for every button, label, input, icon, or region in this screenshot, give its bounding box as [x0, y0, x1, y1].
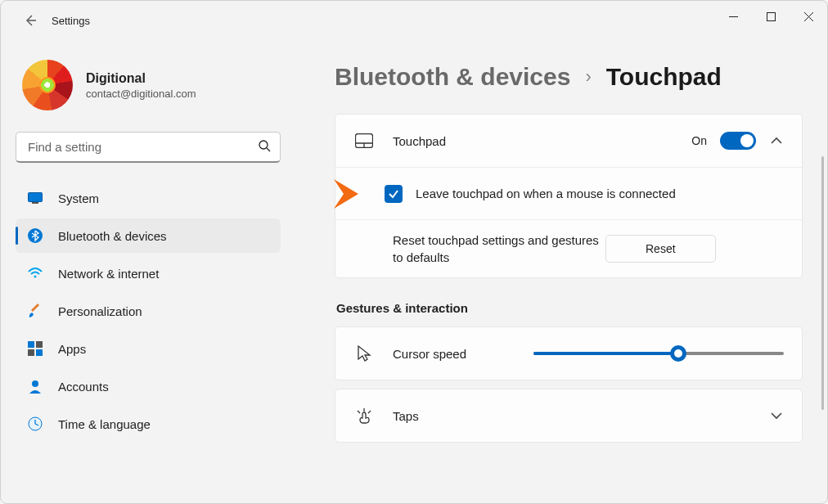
title-bar: Settings [1, 1, 827, 40]
toggle-state-text: On [691, 134, 707, 147]
close-button[interactable] [790, 1, 827, 32]
person-icon [27, 378, 43, 394]
nav-label: System [58, 191, 99, 205]
cursor-speed-row: Cursor speed [335, 327, 802, 380]
search-input[interactable] [16, 132, 281, 163]
brush-icon [27, 303, 43, 319]
taps-row[interactable]: Taps [335, 389, 802, 442]
cursor-icon [353, 344, 375, 362]
touchpad-toggle-row[interactable]: Touchpad On [335, 115, 802, 167]
chevron-down-icon[interactable] [769, 408, 784, 423]
apps-icon [27, 340, 43, 357]
leave-touchpad-checkbox[interactable] [385, 185, 403, 203]
nav-label: Accounts [58, 380, 109, 394]
svg-rect-7 [36, 341, 43, 348]
search-wrap [16, 132, 281, 163]
avatar [22, 60, 73, 110]
svg-rect-8 [28, 349, 34, 356]
leave-touchpad-label: Leave touchpad on when a mouse is connec… [416, 187, 784, 200]
svg-point-10 [32, 380, 38, 387]
reset-button[interactable]: Reset [605, 235, 716, 263]
breadcrumb-parent[interactable]: Bluetooth & devices [335, 63, 570, 91]
svg-rect-0 [767, 12, 775, 20]
back-button[interactable] [19, 9, 42, 32]
reset-description: Reset touchpad settings and gestures to … [393, 232, 605, 266]
cursor-speed-slider[interactable] [533, 352, 784, 355]
leave-touchpad-row[interactable]: Leave touchpad on when a mouse is connec… [335, 167, 802, 219]
taps-card: Taps [335, 389, 803, 443]
section-gestures-title: Gestures & interaction [336, 301, 803, 315]
wifi-icon [27, 265, 43, 281]
tap-icon [353, 407, 375, 425]
svg-rect-9 [36, 349, 43, 356]
page-title: Touchpad [606, 63, 722, 91]
clock-icon [27, 416, 43, 432]
nav-label: Time & language [58, 417, 151, 431]
cursor-speed-label: Cursor speed [393, 347, 515, 361]
sidebar-item-bluetooth[interactable]: Bluetooth & devices [16, 218, 281, 253]
touchpad-icon [353, 133, 375, 148]
slider-thumb[interactable] [670, 345, 686, 362]
nav-list: System Bluetooth & devices Network & int… [16, 181, 281, 441]
reset-row: Reset touchpad settings and gestures to … [335, 219, 802, 277]
sidebar-item-accounts[interactable]: Accounts [16, 369, 281, 403]
touchpad-card: Touchpad On Leave touchpad on when a mou… [335, 114, 803, 278]
taps-label: Taps [393, 409, 769, 423]
bluetooth-icon [27, 227, 43, 244]
svg-rect-2 [29, 193, 43, 202]
cursor-speed-card: Cursor speed [335, 326, 803, 380]
sidebar-item-system[interactable]: System [16, 181, 281, 215]
touchpad-toggle[interactable] [720, 132, 756, 150]
svg-rect-6 [28, 341, 34, 348]
touchpad-label: Touchpad [393, 134, 691, 148]
main-content: Bluetooth & devices › Touchpad Touchpad … [295, 40, 827, 503]
minimize-button[interactable] [714, 1, 752, 32]
profile-name: Digitional [86, 71, 196, 86]
nav-label: Apps [58, 342, 86, 356]
sidebar-item-time[interactable]: Time & language [16, 407, 281, 441]
sidebar-item-personalization[interactable]: Personalization [16, 294, 281, 328]
nav-label: Network & internet [58, 267, 159, 281]
system-icon [27, 190, 43, 206]
nav-label: Personalization [58, 304, 142, 318]
profile-email: contact@digitional.com [86, 88, 196, 100]
breadcrumb: Bluetooth & devices › Touchpad [335, 63, 803, 91]
window-title: Settings [52, 15, 90, 27]
chevron-up-icon[interactable] [769, 133, 784, 148]
scrollbar[interactable] [821, 156, 824, 410]
maximize-button[interactable] [752, 1, 790, 32]
svg-rect-3 [32, 202, 38, 204]
sidebar-item-apps[interactable]: Apps [16, 331, 281, 366]
highlight-arrow-icon [332, 174, 371, 214]
chevron-right-icon: › [585, 66, 591, 88]
svg-point-5 [34, 276, 37, 278]
nav-label: Bluetooth & devices [58, 229, 167, 243]
sidebar-item-network[interactable]: Network & internet [16, 256, 281, 290]
profile-block[interactable]: Digitional contact@digitional.com [16, 56, 281, 127]
sidebar: Digitional contact@digitional.com System… [1, 40, 295, 503]
